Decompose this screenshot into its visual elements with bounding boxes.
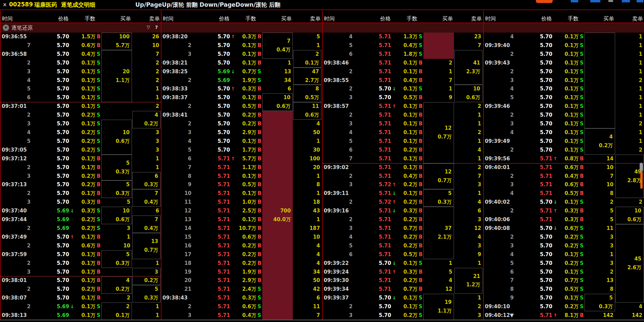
trade-row[interactable]: 09:39:435.700.1万S1 bbox=[484, 59, 644, 68]
trade-row[interactable]: 45.700.1万S1 bbox=[484, 33, 644, 41]
trade-row[interactable]: 09:36:585.700.4万S7 bbox=[1, 50, 161, 59]
trade-row[interactable]: 35.72↑0.2万B3 bbox=[323, 180, 483, 189]
trade-row[interactable]: 09:36:555.701.5万B26 bbox=[1, 33, 161, 41]
time-cell: 09:37:12 bbox=[2, 155, 31, 163]
trade-row[interactable]: 09:38:435.710.3万S6 bbox=[162, 294, 322, 303]
lots-cell: 0.8万 bbox=[537, 155, 579, 163]
trade-row[interactable]: 55.700.1万S1 bbox=[484, 93, 644, 102]
time-cell: 09:39:43 bbox=[485, 59, 514, 68]
trade-row[interactable]: 25.700.1万S2 bbox=[484, 146, 644, 155]
trade-row[interactable]: 09:39:025.710.1万B2 bbox=[323, 163, 483, 172]
trade-row[interactable]: 95.710.5万B8 bbox=[162, 180, 322, 189]
trade-row[interactable]: 75.700.6万B10 bbox=[1, 41, 161, 50]
trade-row[interactable]: 205.712.9万B50 bbox=[162, 276, 322, 285]
trade-row[interactable]: 75.711.1万B20 bbox=[162, 163, 322, 172]
trade-row[interactable]: 55.710.2万B3 bbox=[323, 242, 483, 250]
trade-row[interactable]: 09:37:125.700.1万B1 bbox=[1, 155, 161, 163]
trade-row[interactable]: 45.700.1万B1 bbox=[162, 137, 322, 146]
trade-row[interactable]: 55.700.2万S3 bbox=[1, 137, 161, 146]
trade-row[interactable]: 09:38:205.70↑0.3万B5 bbox=[162, 33, 322, 41]
scrollbar-thumb[interactable] bbox=[640, 163, 643, 171]
trade-row[interactable]: 25.710.6万S11 bbox=[162, 303, 322, 311]
col-header: 时间 bbox=[485, 15, 496, 23]
logo-fragment bbox=[608, 0, 613, 2]
trade-row[interactable]: 155.710.6万B10 bbox=[162, 233, 322, 242]
trade-row[interactable]: 35.700.1万S2 bbox=[1, 68, 161, 76]
trade-row[interactable]: 45.700.2万S3 bbox=[1, 128, 161, 137]
trade-row[interactable]: 65.710.2万B4 bbox=[323, 146, 483, 155]
trade-row[interactable]: 09:38:575.71↑0.1万B2 bbox=[323, 102, 483, 111]
lots-cell: 0.1万 bbox=[54, 59, 95, 68]
trade-row[interactable]: 09:39:225.70↓0.1万S11 bbox=[323, 259, 483, 268]
trade-row[interactable]: 25.69↓0.1万S1 bbox=[1, 303, 161, 311]
trade-row[interactable]: 35.710.1万B1 bbox=[323, 120, 483, 128]
trade-row[interactable]: 215.712.4万S42 bbox=[162, 285, 322, 294]
trade-row[interactable]: 09:39:115.71↓0.1万B1 bbox=[323, 189, 483, 198]
trade-row[interactable]: 195.711.9万B34 bbox=[162, 268, 322, 277]
trade-row[interactable]: 55.710.1万B1 bbox=[323, 137, 483, 146]
trade-row[interactable]: 25.710.2万B3 bbox=[323, 215, 483, 224]
trade-row[interactable]: 25.700.1万S1 bbox=[484, 68, 644, 76]
trade-row[interactable]: 09:38:135.690.1万S1 bbox=[1, 311, 161, 320]
trade-row[interactable]: 65.700.1万S1 bbox=[1, 93, 161, 102]
trade-row[interactable]: 35.700.2万S3 bbox=[323, 311, 483, 320]
close-icon[interactable]: × bbox=[3, 2, 7, 8]
trade-row[interactable]: 45.711.3万S23 bbox=[323, 33, 483, 41]
trade-row[interactable]: 09:40:12▼5.71↑8.1万B142142 bbox=[484, 311, 644, 320]
trade-row[interactable]: 115.711.0万B18 bbox=[162, 198, 322, 207]
lots-cell: 0.1万 bbox=[215, 59, 256, 68]
trade-row[interactable]: 25.700.1万B1 bbox=[1, 259, 161, 268]
trade-row[interactable]: 45.700.1万S1 bbox=[484, 85, 644, 93]
trade-row[interactable]: 25.710.4万B7 bbox=[323, 172, 483, 181]
trade-row[interactable]: 09:40:105.700.2万S4 bbox=[484, 303, 644, 311]
trade-row[interactable]: 55.710.4万S7 bbox=[323, 41, 483, 50]
trade-row[interactable]: 25.700.2万B4 bbox=[162, 120, 322, 128]
trade-row[interactable]: 25.710.1万B1 bbox=[323, 111, 483, 120]
trade-row[interactable]: 55.700.1万S1 bbox=[1, 85, 161, 93]
side-flag: B bbox=[97, 259, 101, 268]
side-flag: B bbox=[580, 180, 585, 189]
trade-row[interactable]: 35.710.4万S7 bbox=[162, 311, 322, 320]
trade-row[interactable]: 45.700.1万S2 bbox=[1, 76, 161, 85]
trade-row[interactable]: 25.72↑0.2万B4 bbox=[323, 198, 483, 207]
trade-row[interactable]: 35.702.9万B50 bbox=[162, 128, 322, 137]
trade-row[interactable]: 09:40:025.70↓0.1万S22 bbox=[484, 198, 644, 207]
trade-row[interactable]: 25.700.1万B1 bbox=[1, 163, 161, 172]
trade-row[interactable]: 09:37:055.700.2万S3 bbox=[1, 146, 161, 155]
trade-row[interactable]: 09:39:465.700.1万S1 bbox=[484, 102, 644, 111]
order-group-value: 0.6万 bbox=[102, 215, 132, 224]
trade-row[interactable]: 25.700.1万S2 bbox=[1, 59, 161, 68]
trade-row[interactable]: 175.710.2万B4 bbox=[162, 250, 322, 259]
trade-row[interactable]: 09:39:495.700.1万S1 bbox=[484, 137, 644, 146]
trade-row[interactable]: 09:39:375.70↓0.1万S1 bbox=[323, 294, 483, 303]
trade-row[interactable]: 125.712.5万B43 bbox=[162, 207, 322, 215]
trade-row[interactable]: 35.700.1万S2 bbox=[484, 76, 644, 85]
trade-row[interactable]: 25.700.1万B1 bbox=[162, 41, 322, 50]
trade-row[interactable]: 185.710.2万B4 bbox=[162, 259, 322, 268]
trade-row[interactable]: 85.710.1万B1 bbox=[162, 172, 322, 181]
trade-row[interactable]: 35.700.1万S2 bbox=[484, 120, 644, 128]
trade-row[interactable]: 165.710.2万B4 bbox=[162, 242, 322, 250]
trade-row[interactable]: 25.700.1万S1 bbox=[484, 50, 644, 59]
trade-row[interactable]: 55.701.7万B30 bbox=[162, 146, 322, 155]
order-group-value: 3 bbox=[133, 268, 160, 277]
trade-row[interactable]: 25.700.1万S2 bbox=[323, 303, 483, 311]
trade-row[interactable]: 105.710.1万B1 bbox=[162, 189, 322, 198]
order-group-value: 1.1万 bbox=[424, 307, 454, 316]
trade-row[interactable]: 135.710.1万B1 bbox=[162, 215, 322, 224]
trade-row[interactable]: 145.7110.7万B187 bbox=[162, 224, 322, 233]
trade-row[interactable]: 25.700.1万S1 bbox=[484, 111, 644, 120]
trade-row[interactable]: 09:39:165.71↓0.3万B6 bbox=[323, 207, 483, 215]
trade-row[interactable]: 65.710.5万B9 bbox=[323, 250, 483, 259]
trade-row[interactable]: 09:37:015.700.1万S2 bbox=[1, 102, 161, 111]
trade-row[interactable]: 45.700.1万S1 bbox=[484, 128, 644, 137]
trade-row[interactable]: 65.71↑5.7万B100 bbox=[162, 155, 322, 163]
trade-row[interactable]: 45.710.1万B2 bbox=[323, 128, 483, 137]
trade-row[interactable]: 35.710.7万B12 bbox=[323, 224, 483, 233]
lots-cell: 0.2万 bbox=[215, 250, 256, 259]
trade-row[interactable]: 09:39:405.700.1万S1 bbox=[484, 41, 644, 50]
trade-row[interactable]: 75.710.1万B1 bbox=[323, 155, 483, 163]
trade-row[interactable]: 45.710.2万B4 bbox=[323, 233, 483, 242]
trade-row[interactable]: 09:37:405.69↓0.3万S6 bbox=[1, 207, 161, 215]
side-flag: S bbox=[580, 250, 585, 259]
